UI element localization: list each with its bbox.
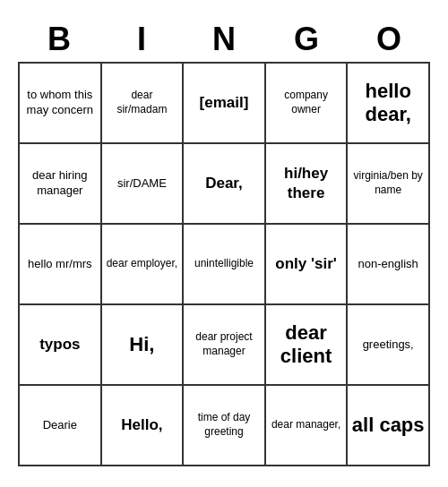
cell-17: dear project manager: [184, 305, 266, 386]
cell-9: virginia/ben by name: [348, 144, 430, 225]
cell-15: typos: [20, 305, 102, 386]
cell-2: [email]: [184, 64, 266, 144]
title-o: O: [349, 21, 428, 58]
cell-20: Dearie: [20, 386, 102, 466]
title-n: N: [185, 21, 263, 58]
cell-5: dear hiring manager: [20, 144, 102, 225]
cell-19: greetings,: [348, 305, 430, 386]
cell-0: to whom this may concern: [20, 64, 102, 144]
cell-11: dear employer,: [102, 225, 185, 305]
bingo-grid: to whom this may concern dear sir/madam …: [18, 62, 430, 466]
cell-8: hi/hey there: [266, 144, 349, 225]
cell-16: Hi,: [102, 305, 185, 386]
cell-7: Dear,: [184, 144, 266, 225]
title-i: I: [102, 21, 181, 58]
cell-4: hello dear,: [348, 64, 430, 144]
cell-21: Hello,: [102, 386, 185, 466]
cell-14: non-english: [348, 225, 430, 305]
title-b: B: [20, 21, 99, 58]
cell-12: unintelligible: [184, 225, 266, 305]
bingo-title: B I N G O: [18, 21, 430, 58]
cell-13: only 'sir': [266, 225, 349, 305]
cell-10: hello mr/mrs: [20, 225, 102, 305]
cell-3: company owner: [266, 64, 349, 144]
cell-23: dear manager,: [266, 386, 349, 466]
cell-22: time of day greeting: [184, 386, 266, 466]
title-g: G: [267, 21, 346, 58]
cell-24: all caps: [348, 386, 430, 466]
cell-18: dear client: [266, 305, 349, 386]
cell-1: dear sir/madam: [102, 64, 185, 144]
cell-6: sir/DAME: [102, 144, 185, 225]
bingo-card: B I N G O to whom this may concern dear …: [9, 12, 439, 475]
